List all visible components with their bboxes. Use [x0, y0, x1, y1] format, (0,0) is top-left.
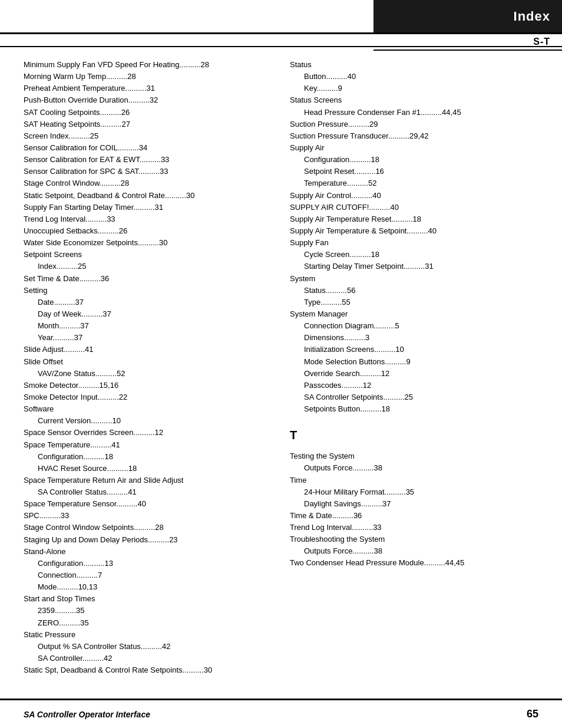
index-entry: Static Setpoint, Deadband & Control Rate… [24, 190, 272, 202]
index-entry: 24-Hour Military Format..........35 [290, 486, 538, 498]
footer: SA Controller Operator Interface 65 [0, 699, 562, 728]
index-entry: Suction Pressure..........29 [290, 118, 538, 130]
index-entry: Setpoints Button..........18 [290, 403, 538, 415]
index-entry: Output % SA Controller Status..........4… [24, 641, 272, 653]
index-entry: Connection Diagram..........5 [290, 320, 538, 332]
index-entry: Two Condenser Head Pressure Module......… [290, 557, 538, 569]
index-entry: Month..........37 [24, 320, 272, 332]
index-entry: SAT Heating Setpoints..........27 [24, 118, 272, 130]
index-entry: Starting Delay Timer Setpoint..........3… [290, 261, 538, 272]
index-entry: Day of Week..........37 [24, 308, 272, 320]
index-entry: Software [24, 403, 272, 415]
index-entry: Water Side Economizer Setpoints.........… [24, 237, 272, 249]
index-entry: Mode..........10,13 [24, 581, 272, 593]
index-entry: Current Version..........10 [24, 415, 272, 427]
index-entry: Connection..........7 [24, 569, 272, 581]
index-entry: 2359..........35 [24, 605, 272, 617]
index-entry: Suction Pressure Transducer..........29,… [290, 130, 538, 142]
header-bar: Index [373, 0, 562, 32]
index-entry: Supply Air Temperature Reset..........18 [290, 213, 538, 225]
footer-title: SA Controller Operator Interface [24, 710, 150, 719]
index-entry: Supply Air Control..........40 [290, 190, 538, 202]
index-entry: Sensor Calibration for COIL..........34 [24, 142, 272, 154]
index-entry: Smoke Detector Input..........22 [24, 391, 272, 403]
index-entry: Stage Control Window Setpoints..........… [24, 522, 272, 533]
index-entry: HVAC Reset Source..........18 [24, 463, 272, 475]
index-entry: VAV/Zone Status..........52 [24, 368, 272, 380]
index-entry: Push-Button Override Duration..........3… [24, 94, 272, 106]
index-entry: ZERO..........35 [24, 617, 272, 629]
index-entry: SA Controller..........42 [24, 653, 272, 664]
index-entry: Key..........9 [290, 83, 538, 94]
index-entry: Button..........40 [290, 71, 538, 83]
index-entry: Space Temperature Sensor..........40 [24, 498, 272, 510]
index-entry: Supply Fan [290, 237, 538, 249]
index-entry: Morning Warm Up Temp..........28 [24, 71, 272, 83]
index-entry: Stage Control Window..........28 [24, 177, 272, 189]
index-entry: SPC..........33 [24, 510, 272, 522]
index-entry: Space Temperature Return Air and Slide A… [24, 475, 272, 486]
index-entry: Initialization Screens..........10 [290, 344, 538, 355]
right-column: StatusButton..........40Key..........9St… [290, 53, 538, 696]
index-entry: Trend Log Interval..........33 [24, 213, 272, 225]
index-entry: Space Sensor Overrides Screen..........1… [24, 427, 272, 439]
index-entry: Date..........37 [24, 297, 272, 308]
index-entry: Static Spt, Deadband & Control Rate Setp… [24, 664, 272, 676]
index-entry: Stand-Alone [24, 546, 272, 558]
index-entry: Override Search..........12 [290, 368, 538, 380]
index-entry: Year..........37 [24, 332, 272, 344]
index-entry: Dimensions..........3 [290, 332, 538, 344]
index-entry: Trend Log Interval..........33 [290, 522, 538, 533]
footer-page-number: 65 [527, 708, 538, 720]
index-entry: Setpoint Screens [24, 249, 272, 261]
index-entry: Status [290, 59, 538, 71]
index-entry: SUPPLY AIR CUTOFF!..........40 [290, 202, 538, 213]
index-entry: Time [290, 475, 538, 486]
index-entry: Troubleshooting the System [290, 533, 538, 545]
header-subtitle: S-T [373, 32, 562, 51]
index-entry: SA Controller Status..........41 [24, 486, 272, 498]
index-entry: System Manager [290, 308, 538, 320]
index-entry: Setpoint Reset..........16 [290, 166, 538, 177]
main-content: Minimum Supply Fan VFD Speed For Heating… [0, 53, 562, 696]
index-entry: Cycle Screen..........18 [290, 249, 538, 261]
left-column: Minimum Supply Fan VFD Speed For Heating… [24, 53, 272, 696]
index-entry: Screen Index..........25 [24, 130, 272, 142]
index-entry: Index..........25 [24, 261, 272, 272]
index-entry: Supply Air Temperature & Setpoint.......… [290, 225, 538, 237]
header-title: Index [514, 9, 550, 24]
index-entry: Outputs Force..........38 [290, 462, 538, 474]
index-entry: Supply Air [290, 142, 538, 154]
index-entry: T [290, 426, 538, 444]
index-entry: SAT Cooling Setpoints..........26 [24, 107, 272, 118]
index-entry: Set Time & Date..........36 [24, 273, 272, 285]
index-entry: Status Screens [290, 94, 538, 106]
index-entry: Configuration..........18 [24, 451, 272, 463]
index-entry: Setting [24, 285, 272, 297]
index-entry: Supply Fan Starting Delay Timer.........… [24, 202, 272, 213]
index-entry: Mode Selection Buttons..........9 [290, 356, 538, 368]
index-entry: Space Temperature..........41 [24, 439, 272, 451]
index-entry: Slide Offset [24, 356, 272, 368]
top-rule-left [0, 32, 373, 34]
index-entry: System [290, 273, 538, 285]
index-entry: Daylight Savings..........37 [290, 498, 538, 510]
top-rule-bottom [0, 46, 562, 47]
index-entry: Configuration..........18 [290, 154, 538, 166]
index-entry: Staging Up and Down Delay Periods.......… [24, 534, 272, 546]
index-entry: Smoke Detector..........15,16 [24, 380, 272, 391]
index-entry: Type..........55 [290, 297, 538, 308]
index-entry: Unoccupied Setbacks..........26 [24, 225, 272, 237]
index-entry: SA Controller Setpoints..........25 [290, 391, 538, 403]
index-entry: Testing the System [290, 450, 538, 462]
index-entry: Minimum Supply Fan VFD Speed For Heating… [24, 59, 272, 71]
index-entry: Slide Adjust..........41 [24, 344, 272, 355]
index-entry: Head Pressure Condenser Fan #1..........… [290, 107, 538, 118]
index-entry: Passcodes..........12 [290, 380, 538, 391]
index-entry: Time & Date..........36 [290, 510, 538, 522]
index-entry: Configuration..........13 [24, 558, 272, 569]
index-entry: Outputs Force..........38 [290, 545, 538, 557]
index-entry [290, 415, 538, 419]
index-entry: Preheat Ambient Temperature..........31 [24, 83, 272, 94]
index-entry: Start and Stop Times [24, 593, 272, 605]
